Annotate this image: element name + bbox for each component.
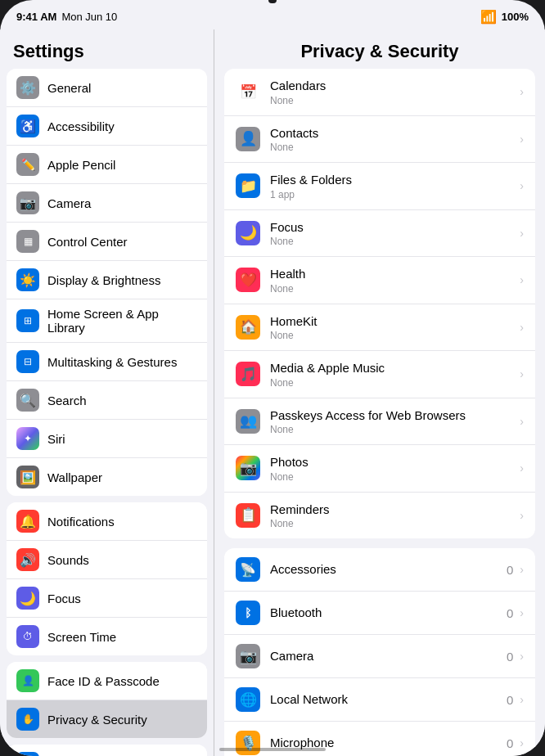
sidebar: Settings ⚙️ General ♿ Accessibility ✏️ A…: [0, 29, 214, 756]
sidebar-item-control-center[interactable]: ▦ Control Center: [7, 223, 207, 261]
calendars-subtitle: None: [270, 95, 507, 106]
sidebar-item-siri[interactable]: ✦ Siri: [7, 420, 207, 458]
content-group-app-permissions: 📅 Calendars None › 👤 Contacts None ›: [224, 69, 535, 538]
microphone-right: 0 ›: [507, 736, 524, 750]
multitasking-icon: ⊟: [16, 350, 39, 373]
sidebar-label-wallpaper: Wallpaper: [47, 470, 102, 484]
sidebar-item-sounds[interactable]: 🔊 Sounds: [7, 541, 207, 579]
files-subtitle: 1 app: [270, 189, 507, 200]
local-network-icon: 🌐: [236, 687, 260, 712]
photos-subtitle: None: [270, 471, 507, 483]
content-item-reminders[interactable]: 📋 Reminders None ›: [224, 493, 535, 539]
media-music-icon: 🎵: [236, 362, 260, 386]
focus-right: ›: [516, 227, 524, 240]
content-text-focus: Focus None: [270, 219, 507, 248]
sidebar-label-apple-pencil: Apple Pencil: [47, 158, 115, 172]
sidebar-title: Settings: [0, 29, 214, 69]
local-network-chevron: ›: [520, 693, 524, 706]
homekit-title: HomeKit: [270, 313, 507, 330]
content-text-homekit: HomeKit None: [270, 313, 507, 342]
content-text-health: Health None: [270, 266, 507, 295]
sidebar-item-general[interactable]: ⚙️ General: [7, 69, 207, 107]
health-chevron: ›: [520, 273, 524, 286]
calendars-title: Calendars: [270, 78, 507, 94]
calendars-icon: 📅: [236, 79, 260, 104]
content-item-local-network[interactable]: 🌐 Local Network 0 ›: [224, 678, 535, 722]
siri-icon: ✦: [16, 427, 39, 450]
sidebar-label-control-center: Control Center: [47, 235, 128, 249]
passkeys-right: ›: [516, 415, 524, 428]
sidebar-item-screen-time[interactable]: ⏱ Screen Time: [7, 618, 207, 655]
passkeys-title: Passkeys Access for Web Browsers: [270, 407, 507, 424]
passkeys-icon: 👥: [236, 409, 260, 434]
status-date: Mon Jun 10: [61, 11, 117, 23]
sidebar-item-privacy-security[interactable]: ✋ Privacy & Security: [7, 700, 207, 738]
reminders-title: Reminders: [270, 502, 507, 518]
homekit-subtitle: None: [270, 330, 507, 341]
camera-perm-title: Camera: [270, 648, 497, 664]
sidebar-item-wallpaper[interactable]: 🖼️ Wallpaper: [7, 458, 207, 496]
general-icon: ⚙️: [16, 76, 39, 99]
sidebar-item-accessibility[interactable]: ♿ Accessibility: [7, 107, 207, 146]
content-item-homekit[interactable]: 🏠 HomeKit None ›: [224, 304, 535, 352]
apple-pencil-icon: ✏️: [16, 153, 39, 176]
camera-perm-value: 0: [507, 650, 513, 664]
accessories-icon: 📡: [236, 557, 260, 582]
contacts-title: Contacts: [270, 125, 507, 142]
sidebar-label-notifications: Notifications: [47, 515, 115, 529]
sidebar-item-multitasking[interactable]: ⊟ Multitasking & Gestures: [7, 343, 207, 381]
files-icon: 📁: [236, 173, 260, 198]
homekit-right: ›: [516, 321, 524, 334]
content-item-camera-perm[interactable]: 📷 Camera 0 ›: [224, 635, 535, 678]
content-item-contacts[interactable]: 👤 Contacts None ›: [224, 116, 535, 164]
sidebar-label-face-id: Face ID & Passcode: [47, 674, 160, 688]
sidebar-item-notifications[interactable]: 🔔 Notifications: [7, 502, 207, 541]
wifi-icon: 📶: [480, 9, 497, 25]
sidebar-item-home-screen[interactable]: ⊞ Home Screen & App Library: [7, 299, 207, 343]
sidebar-label-home-screen: Home Screen & App Library: [47, 307, 197, 335]
content-text-passkeys: Passkeys Access for Web Browsers None: [270, 407, 507, 436]
content-item-media-music[interactable]: 🎵 Media & Apple Music None ›: [224, 351, 535, 398]
accessibility-icon: ♿: [16, 115, 39, 137]
microphone-icon: 🎙️: [236, 731, 260, 755]
sidebar-group-notifications: 🔔 Notifications 🔊 Sounds 🌙 Focus ⏱ Scree…: [7, 502, 207, 655]
sidebar-item-apple-pencil[interactable]: ✏️ Apple Pencil: [7, 146, 207, 184]
health-icon: ❤️: [236, 268, 260, 292]
content-item-calendars[interactable]: 📅 Calendars None ›: [224, 69, 535, 116]
media-title: Media & Apple Music: [270, 360, 507, 376]
sidebar-item-camera[interactable]: 📷 Camera: [7, 184, 207, 223]
photos-chevron: ›: [520, 461, 524, 475]
content-item-passkeys[interactable]: 👥 Passkeys Access for Web Browsers None …: [224, 398, 535, 446]
wallpaper-icon: 🖼️: [16, 466, 39, 488]
sidebar-label-display: Display & Brightness: [47, 273, 160, 287]
local-network-right: 0 ›: [507, 693, 524, 707]
content-item-focus[interactable]: 🌙 Focus None ›: [224, 210, 535, 258]
sidebar-item-search[interactable]: 🔍 Search: [7, 381, 207, 420]
reminders-subtitle: None: [270, 518, 507, 529]
sidebar-label-privacy: Privacy & Security: [47, 713, 147, 727]
sidebar-item-focus[interactable]: 🌙 Focus: [7, 579, 207, 618]
face-id-icon: 👤: [16, 669, 39, 692]
display-icon: ☀️: [16, 268, 39, 291]
passkeys-subtitle: None: [270, 424, 507, 435]
content-item-accessories[interactable]: 📡 Accessories 0 ›: [224, 548, 535, 592]
focus-perm-subtitle: None: [270, 236, 507, 247]
content-item-bluetooth[interactable]: ᛒ Bluetooth 0 ›: [224, 592, 535, 635]
focus-perm-title: Focus: [270, 219, 507, 236]
battery-indicator: 100%: [502, 11, 529, 23]
bluetooth-title: Bluetooth: [270, 605, 497, 621]
sounds-icon: 🔊: [16, 548, 39, 571]
sidebar-item-display-brightness[interactable]: ☀️ Display & Brightness: [7, 261, 207, 299]
content-item-health[interactable]: ❤️ Health None ›: [224, 257, 535, 304]
sidebar-item-face-id[interactable]: 👤 Face ID & Passcode: [7, 662, 207, 700]
bluetooth-right: 0 ›: [507, 606, 524, 620]
sidebar-item-app-store[interactable]: 🅐 App Store: [7, 745, 207, 756]
content-text-camera-perm: Camera: [270, 648, 497, 664]
sidebar-label-focus: Focus: [47, 592, 81, 605]
content-item-files-folders[interactable]: 📁 Files & Folders 1 app ›: [224, 163, 535, 210]
contacts-right: ›: [516, 133, 524, 146]
calendars-chevron: ›: [520, 85, 524, 98]
content-text-files: Files & Folders 1 app: [270, 172, 507, 200]
content-item-photos[interactable]: 📷 Photos None ›: [224, 445, 535, 493]
bluetooth-value: 0: [507, 606, 513, 620]
